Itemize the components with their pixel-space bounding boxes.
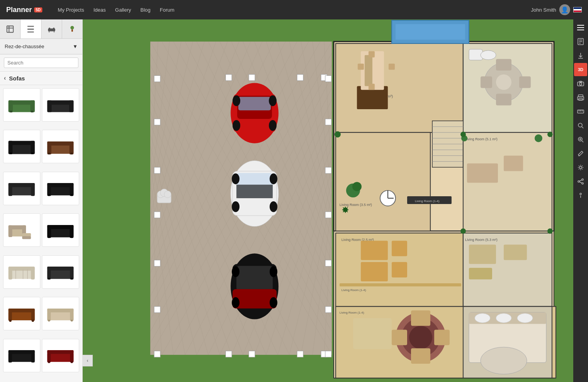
- furniture-tool-btn[interactable]: [42, 19, 62, 38]
- svg-line-319: [582, 141, 583, 142]
- svg-point-286: [460, 132, 466, 137]
- svg-rect-271: [434, 330, 450, 345]
- svg-rect-169: [325, 167, 331, 173]
- svg-point-324: [582, 179, 583, 180]
- furniture-item-9[interactable]: [3, 255, 40, 289]
- print-btn[interactable]: [574, 91, 587, 104]
- furniture-item-2[interactable]: [42, 88, 79, 122]
- svg-rect-24: [10, 152, 12, 154]
- zoom-btn[interactable]: [574, 133, 587, 146]
- svg-rect-156: [154, 260, 160, 266]
- furniture-item-1[interactable]: [3, 88, 40, 122]
- svg-rect-268: [411, 310, 430, 326]
- hamburger-menu-btn[interactable]: [574, 21, 587, 34]
- svg-point-179: [269, 95, 277, 106]
- furniture-item-14[interactable]: [42, 339, 79, 372]
- svg-rect-6: [49, 31, 49, 32]
- svg-text:Living Room (1-4): Living Room (1-4): [340, 311, 364, 314]
- svg-rect-250: [361, 262, 388, 281]
- collapse-sidebar-button[interactable]: ‹: [83, 355, 93, 366]
- svg-rect-299: [577, 30, 584, 30]
- nav-forum[interactable]: Forum: [160, 7, 175, 13]
- svg-rect-208: [358, 64, 364, 70]
- svg-rect-79: [9, 353, 35, 362]
- svg-point-195: [270, 266, 278, 277]
- furniture-item-4[interactable]: [42, 130, 79, 163]
- furniture-item-11[interactable]: [3, 297, 40, 330]
- svg-rect-260: [469, 268, 492, 279]
- svg-rect-66: [71, 278, 73, 280]
- furniture-item-10[interactable]: [42, 255, 79, 289]
- furniture-item-7[interactable]: [3, 213, 40, 247]
- floor-selector-label: Rez-de-chaussée: [5, 44, 44, 49]
- nav-my-projects[interactable]: My Projects: [58, 7, 84, 13]
- svg-rect-14: [10, 111, 12, 113]
- svg-rect-219: [519, 77, 531, 88]
- right-toolbar: 3D: [573, 19, 588, 382]
- floor-plan[interactable]: Living Room (3.8 m²): [83, 19, 573, 382]
- avatar[interactable]: 👤: [559, 4, 570, 15]
- svg-point-279: [480, 347, 527, 374]
- furniture-item-8[interactable]: [42, 213, 79, 247]
- canvas-area[interactable]: Living Room (3.8 m²): [83, 19, 573, 382]
- svg-rect-78: [71, 319, 73, 321]
- svg-rect-269: [411, 348, 430, 364]
- furniture-item-13[interactable]: [3, 339, 40, 372]
- settings-btn[interactable]: [574, 161, 587, 174]
- furniture-item-12[interactable]: [42, 297, 79, 330]
- edit-btn[interactable]: [574, 147, 587, 160]
- category-label: Sofas: [9, 75, 25, 82]
- search-btn[interactable]: [574, 119, 587, 132]
- svg-rect-173: [325, 351, 331, 357]
- svg-rect-40: [48, 194, 50, 196]
- svg-rect-50: [47, 225, 51, 238]
- svg-rect-12: [9, 101, 13, 112]
- svg-rect-200: [336, 44, 463, 133]
- files-btn[interactable]: [574, 35, 587, 48]
- share-btn[interactable]: [574, 175, 587, 188]
- floor-tool-btn[interactable]: [0, 19, 21, 38]
- svg-point-325: [578, 181, 579, 182]
- search-bar: [0, 54, 82, 72]
- svg-rect-32: [9, 186, 35, 195]
- svg-rect-207: [369, 84, 375, 90]
- nav-gallery[interactable]: Gallery: [115, 7, 131, 13]
- search-input[interactable]: [4, 58, 78, 68]
- svg-rect-297: [577, 25, 584, 26]
- floor-selector[interactable]: Rez-de-chaussée ▼: [0, 39, 82, 54]
- walls-tool-btn[interactable]: [21, 19, 41, 38]
- svg-rect-185: [236, 185, 273, 198]
- svg-rect-55: [9, 267, 35, 271]
- svg-rect-51: [70, 225, 74, 238]
- user-area: John Smith 👤: [531, 4, 582, 15]
- logo-text: Planner: [6, 6, 32, 14]
- 3d-view-btn[interactable]: 3D: [574, 63, 587, 76]
- svg-rect-30: [48, 152, 50, 154]
- svg-rect-81: [9, 350, 12, 363]
- svg-rect-70: [31, 309, 35, 321]
- nav-ideas[interactable]: Ideas: [94, 7, 106, 13]
- nav-blog[interactable]: Blog: [140, 7, 151, 13]
- svg-rect-83: [47, 353, 74, 362]
- info-btn[interactable]: [574, 189, 587, 202]
- svg-rect-170: [325, 212, 331, 218]
- svg-rect-77: [48, 319, 50, 321]
- furniture-item-3[interactable]: [3, 130, 40, 163]
- language-flag[interactable]: [573, 7, 582, 12]
- main: Rez-de-chaussée ▼ ‹ Sofas: [0, 19, 588, 382]
- svg-rect-29: [69, 141, 74, 154]
- svg-text:Living Room (5.1 m²): Living Room (5.1 m²): [465, 137, 497, 141]
- svg-rect-35: [31, 183, 35, 196]
- svg-point-285: [547, 229, 553, 234]
- svg-point-277: [496, 314, 512, 323]
- category-header[interactable]: ‹ Sofas: [0, 72, 82, 85]
- ruler-btn[interactable]: [574, 105, 587, 118]
- landscape-tool-btn[interactable]: [62, 19, 82, 38]
- furniture-item-6[interactable]: [42, 172, 79, 205]
- svg-point-287: [547, 132, 553, 137]
- svg-rect-4: [49, 28, 50, 29]
- furniture-item-5[interactable]: [3, 172, 40, 205]
- svg-point-284: [460, 229, 466, 234]
- download-btn[interactable]: [574, 49, 587, 62]
- camera-btn[interactable]: [574, 77, 587, 90]
